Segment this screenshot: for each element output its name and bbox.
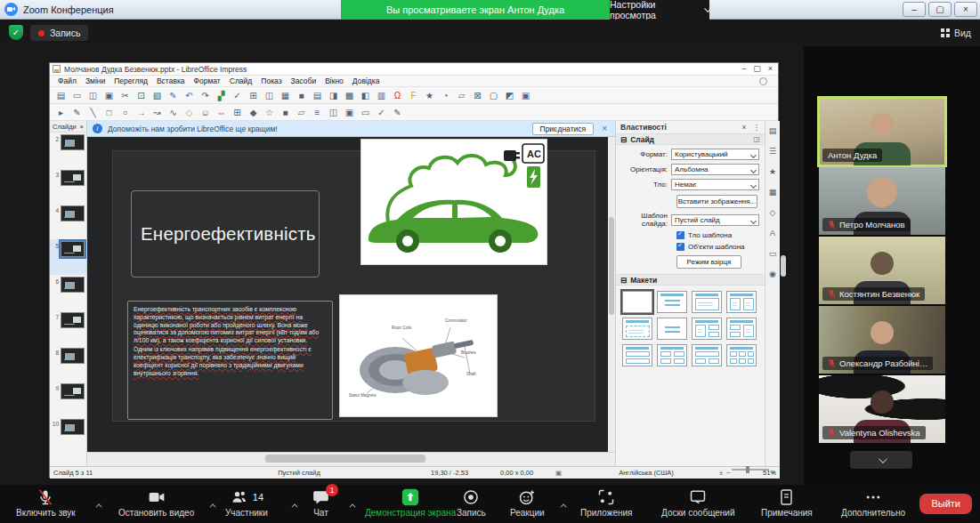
toolbar-icon[interactable]: ▭: [69, 89, 85, 102]
layout-title-content[interactable]: [692, 291, 722, 313]
slide-thumbnail[interactable]: 7: [50, 310, 86, 346]
slide-thumbnail[interactable]: 5: [50, 239, 86, 275]
layout-4content[interactable]: [657, 344, 687, 366]
drawing-toolbar-icon[interactable]: ■: [278, 106, 293, 119]
participants-button[interactable]: 14 Участники: [225, 488, 268, 518]
toolbar-icon[interactable]: ◨: [326, 89, 341, 102]
view-button[interactable]: Вид: [941, 25, 971, 41]
lo-minimize-button[interactable]: –: [741, 65, 746, 73]
restore-button[interactable]: ▢: [928, 2, 952, 17]
layout-title-only[interactable]: [622, 318, 652, 340]
layout-blank[interactable]: [622, 291, 652, 313]
menu-item[interactable]: Файл: [53, 76, 81, 85]
layout-6content[interactable]: [726, 344, 757, 366]
sidebar-tab-icon[interactable]: ▦: [766, 186, 779, 198]
participant-video[interactable]: Олександр Разбойні…: [819, 306, 945, 374]
whiteboards-button[interactable]: Доски сообщений: [661, 488, 735, 518]
properties-close-icon[interactable]: ×: [742, 123, 747, 132]
menu-item[interactable]: Зміни: [81, 76, 109, 85]
toolbar-icon[interactable]: ⊞: [246, 89, 261, 102]
toolbar-icon[interactable]: ⊡: [134, 89, 149, 102]
toolbar-icon[interactable]: ◫: [262, 89, 277, 102]
slide-canvas[interactable]: Енергоефективність AC: [87, 137, 608, 452]
menu-item[interactable]: Вставка: [152, 76, 190, 85]
slides-panel-close-icon[interactable]: ×: [80, 123, 84, 131]
apps-button[interactable]: Приложения: [580, 488, 633, 518]
status-language[interactable]: Англійська (США): [584, 469, 709, 477]
participant-video[interactable]: Петро Молчанов: [819, 167, 945, 235]
menu-item[interactable]: Показ: [256, 76, 286, 85]
recording-indicator[interactable]: Запись: [30, 25, 88, 41]
slide-thumbnail[interactable]: 10: [50, 417, 86, 453]
toolbar-icon[interactable]: ⊠: [470, 89, 485, 102]
slide-thumbnail[interactable]: 8: [50, 346, 86, 382]
menu-item[interactable]: Довідка: [348, 76, 385, 85]
drawing-toolbar-icon[interactable]: ╲: [85, 106, 101, 119]
zoom-out-icon[interactable]: −: [726, 469, 730, 477]
toolbar-icon[interactable]: ↷: [198, 89, 213, 102]
section-layouts-header[interactable]: ⊟ Макети: [616, 274, 765, 286]
objects-checkbox-row[interactable]: Об'єкти шаблона: [676, 243, 765, 251]
drawing-toolbar-icon[interactable]: ▭: [358, 106, 373, 119]
drawing-toolbar-icon[interactable]: ⇔: [214, 106, 229, 119]
lo-close-button[interactable]: ×: [768, 65, 773, 73]
format-select[interactable]: Користувацький: [671, 149, 759, 160]
toolbar-icon[interactable]: ▣: [101, 89, 117, 102]
participant-video[interactable]: Костянтин Безвенюк: [819, 237, 945, 304]
record-button[interactable]: Запись: [457, 488, 486, 518]
toolbar-icon[interactable]: ▢: [486, 89, 501, 102]
extension-icon[interactable]: [759, 77, 767, 85]
toolbar-icon[interactable]: ↶: [182, 89, 197, 102]
minimize-button[interactable]: –: [903, 2, 926, 17]
chat-options-chevron[interactable]: [352, 495, 356, 511]
reactions-options-chevron[interactable]: [563, 495, 567, 511]
drawing-toolbar-icon[interactable]: ▣: [342, 106, 357, 119]
toolbar-icon[interactable]: ▥: [374, 89, 389, 102]
menu-item[interactable]: Слайд: [225, 76, 257, 85]
slide-thumbnail[interactable]: 9: [50, 382, 86, 417]
slide-thumbnail[interactable]: 6: [50, 275, 86, 310]
toolbar-icon[interactable]: ▱: [454, 89, 469, 102]
sidebar-tab-icon[interactable]: A: [766, 227, 779, 239]
canvas-horizontal-scrollbar[interactable]: [87, 452, 615, 466]
toolbar-icon[interactable]: F: [406, 89, 421, 102]
section-slide-header[interactable]: ⊟ Слайд ◲: [616, 133, 765, 145]
layout-title-content[interactable]: [657, 291, 687, 313]
toolbar-icon[interactable]: ▤: [53, 89, 69, 102]
chat-button[interactable]: 1 Чат: [312, 488, 330, 518]
sidebar-tab-icon[interactable]: ☰: [766, 145, 779, 157]
sidebar-tab-icon[interactable]: ◉: [766, 268, 779, 280]
slide-body-textbox[interactable]: Енергоефективність транспортних засобів …: [127, 301, 333, 420]
drawing-toolbar-icon[interactable]: ≡: [310, 106, 325, 119]
toolbar-icon[interactable]: ◧: [358, 89, 373, 102]
sidebar-tab-icon[interactable]: ▤: [766, 125, 779, 137]
drawing-toolbar-icon[interactable]: ⊞: [230, 106, 245, 119]
orientation-select[interactable]: Альбомна: [671, 164, 759, 175]
participant-video[interactable]: Valentyna Olishevska: [819, 375, 945, 443]
current-slide[interactable]: Енергоефективність AC: [112, 150, 595, 422]
unmute-button[interactable]: Включить звук: [16, 488, 76, 518]
drawing-toolbar-icon[interactable]: ▸: [53, 106, 69, 119]
drawing-toolbar-icon[interactable]: ∿: [166, 106, 181, 119]
menu-item[interactable]: Перегляд: [109, 76, 152, 85]
toolbar-icon[interactable]: ◫: [85, 89, 101, 102]
participants-options-chevron[interactable]: [294, 495, 298, 511]
toolbar-icon[interactable]: ✂: [117, 89, 133, 102]
layout-centered-text[interactable]: [657, 318, 687, 340]
security-shield-icon[interactable]: ✓: [9, 25, 23, 40]
toolbar-icon[interactable]: ▣: [518, 89, 533, 102]
drawing-toolbar-icon[interactable]: ✎: [69, 106, 85, 119]
layout-content-2content[interactable]: [692, 318, 722, 340]
drawing-toolbar-icon[interactable]: ✓: [374, 106, 389, 119]
leave-button[interactable]: Выйти: [919, 494, 972, 514]
slide-thumbnail[interactable]: 4: [50, 204, 86, 239]
master-view-button[interactable]: Режим взірця: [676, 255, 741, 269]
audio-options-chevron[interactable]: [98, 495, 102, 511]
canvas-vertical-scrollbar[interactable]: [608, 137, 615, 452]
drawing-toolbar-icon[interactable]: ◫: [326, 106, 341, 119]
menu-item[interactable]: Засоби: [287, 76, 321, 85]
toolbar-icon[interactable]: ◩: [502, 89, 517, 102]
motor-image[interactable]: Rotor Coils Commutator Brushes Shaft Sta…: [340, 295, 497, 416]
drawing-toolbar-icon[interactable]: ↝: [150, 106, 165, 119]
slide-title-box[interactable]: Енергоефективність: [131, 190, 320, 278]
